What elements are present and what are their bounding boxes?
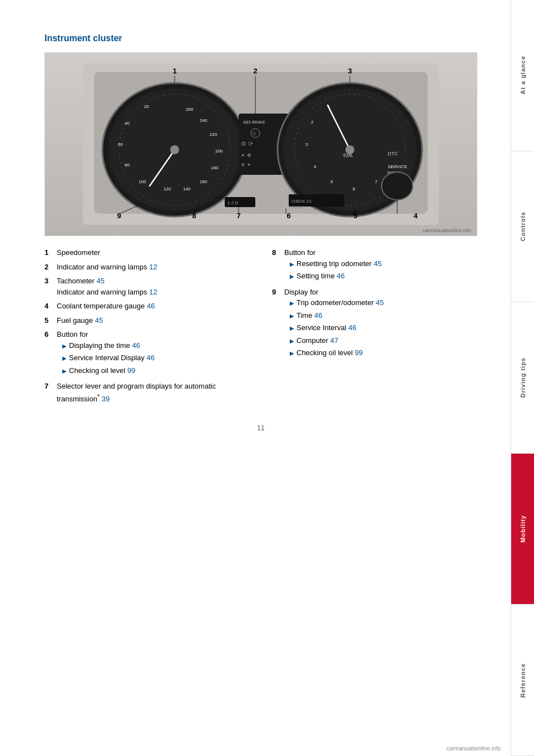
svg-text:7: 7	[375, 179, 378, 184]
watermark: carmanualsonline.info	[447, 745, 501, 752]
sub-item: ▶ Computer 47	[290, 335, 477, 346]
item-number: 8	[272, 247, 280, 283]
svg-text:✦ ✤: ✦ ✤	[241, 153, 251, 158]
sidebar-section-driving-tips[interactable]: Driving tips	[511, 302, 534, 454]
item-text: Selector lever and program displays for …	[57, 381, 250, 404]
list-item: 4 Coolant temperature gauge 46	[44, 301, 250, 312]
svg-text:3: 3	[305, 142, 308, 147]
sub-item: ▶ Setting time 46	[290, 271, 477, 282]
svg-text:3: 3	[348, 67, 352, 75]
left-list: 1 Speedometer 2 Indicator and warning la…	[44, 247, 250, 408]
item-text: Speedometer	[57, 247, 250, 258]
sidebar-section-controls[interactable]: Controls	[511, 151, 534, 303]
sidebar-section-at-a-glance[interactable]: At a glance	[511, 0, 534, 151]
svg-text:240: 240	[200, 118, 207, 123]
svg-text:4: 4	[413, 212, 418, 220]
svg-text:220: 220	[210, 132, 217, 137]
right-list: 8 Button for ▶ Resetting trip odometer 4…	[272, 247, 477, 408]
svg-text:100: 100	[139, 179, 146, 184]
sub-item: ▶ Resetting trip odometer 45	[290, 258, 477, 269]
item-number: 2	[44, 262, 52, 273]
list-item: 2 Indicator and warning lamps 12	[44, 262, 250, 273]
item-number: 3	[44, 276, 52, 297]
svg-text:DTC: DTC	[388, 151, 398, 156]
list-item: 1 Speedometer	[44, 247, 250, 258]
cluster-svg: 20 40 60 80 100 120 140 160 180 200 220 …	[83, 63, 439, 225]
arrow-icon: ▶	[62, 342, 67, 350]
item-number: 1	[44, 247, 52, 258]
list-item: 7 Selector lever and program displays fo…	[44, 381, 250, 404]
arrow-icon: ▶	[290, 260, 294, 268]
cluster-image: 20 40 60 80 100 120 140 160 180 200 220 …	[44, 52, 477, 236]
item-text: Button for ▶ Displaying the time 46 ▶ Se…	[57, 329, 250, 377]
svg-text:CHECK  1/1: CHECK 1/1	[291, 199, 312, 203]
svg-text:1: 1	[172, 67, 176, 75]
sub-item: ▶ Service Interval 46	[290, 322, 477, 333]
svg-text:60: 60	[118, 142, 123, 147]
svg-text:⚙ ⟳: ⚙ ⟳	[241, 140, 253, 147]
svg-text:SERVICE: SERVICE	[388, 164, 407, 169]
item-text: Display for ▶ Trip odometer/odometer 45 …	[284, 287, 477, 360]
arrow-icon: ▶	[290, 312, 294, 320]
sub-item: ▶ Displaying the time 46	[62, 340, 250, 351]
svg-text:8: 8	[192, 212, 196, 220]
arrow-icon: ▶	[290, 324, 294, 332]
svg-point-44	[382, 172, 413, 200]
svg-text:1  2  D: 1 2 D	[228, 200, 238, 205]
svg-text:OILCAP: OILCAP	[291, 205, 304, 209]
arrow-icon: ▶	[290, 349, 294, 357]
svg-text:⊙: ⊙	[252, 131, 256, 136]
svg-text:120: 120	[164, 186, 171, 192]
sub-item: ▶ Checking oil level 99	[290, 347, 477, 359]
sub-item: ▶ Service Interval Display 46	[62, 352, 250, 364]
svg-text:❄ ✦: ❄ ✦	[241, 162, 251, 168]
arrow-icon: ▶	[290, 299, 294, 307]
svg-text:EML: EML	[343, 153, 354, 158]
svg-text:80: 80	[125, 163, 130, 168]
sidebar-label: Controls	[520, 212, 526, 241]
svg-text:260: 260	[186, 107, 194, 112]
item-text: Fuel gauge 45	[57, 315, 250, 326]
item-number: 5	[44, 315, 52, 326]
svg-text:6: 6	[353, 186, 355, 192]
item-text: Coolant temperature gauge 46	[57, 301, 250, 312]
arrow-icon: ▶	[290, 272, 294, 281]
svg-text:180: 180	[211, 165, 219, 170]
item-number: 4	[44, 301, 52, 312]
sidebar-section-reference[interactable]: Reference	[511, 605, 534, 756]
list-item: 3 Tachometer 45 Indicator and warning la…	[44, 276, 250, 297]
svg-text:5: 5	[330, 179, 333, 184]
image-watermark: carmanualsonline.info	[422, 228, 471, 233]
svg-text:200: 200	[215, 149, 223, 154]
svg-text:1: 1	[328, 104, 330, 109]
svg-text:160: 160	[200, 179, 207, 184]
item-number: 7	[44, 381, 52, 404]
sidebar-label: Mobility	[520, 515, 526, 543]
svg-text:9: 9	[117, 212, 121, 220]
item-number: 6	[44, 329, 52, 377]
svg-point-6	[170, 145, 179, 154]
list-item: 8 Button for ▶ Resetting trip odometer 4…	[272, 247, 477, 283]
list-item: 5 Fuel gauge 45	[44, 315, 250, 326]
list-item: 6 Button for ▶ Displaying the time 46 ▶ …	[44, 329, 250, 377]
section-title: Instrument cluster	[44, 33, 477, 43]
sidebar-label: Reference	[520, 663, 526, 698]
svg-text:2: 2	[253, 67, 257, 75]
item-number: 9	[272, 287, 280, 360]
list-item: 9 Display for ▶ Trip odometer/odometer 4…	[272, 287, 477, 360]
svg-text:4: 4	[314, 164, 317, 169]
page-number: 11	[44, 424, 477, 432]
arrow-icon: ▶	[290, 337, 294, 345]
content-list: 1 Speedometer 2 Indicator and warning la…	[44, 247, 477, 408]
sub-item: ▶ Checking oil level 99	[62, 365, 250, 376]
svg-text:ABS  BRAKE: ABS BRAKE	[243, 120, 265, 124]
sub-item: ▶ Time 46	[290, 310, 477, 321]
item-text: Tachometer 45 Indicator and warning lamp…	[57, 276, 250, 297]
sidebar-section-mobility[interactable]: Mobility	[511, 454, 534, 605]
arrow-icon: ▶	[62, 354, 67, 362]
main-content: Instrument cluster	[0, 0, 511, 756]
item-text: Button for ▶ Resetting trip odometer 45 …	[284, 247, 477, 283]
svg-text:40: 40	[125, 121, 130, 126]
svg-text:2: 2	[311, 120, 314, 125]
arrow-icon: ▶	[62, 367, 67, 375]
